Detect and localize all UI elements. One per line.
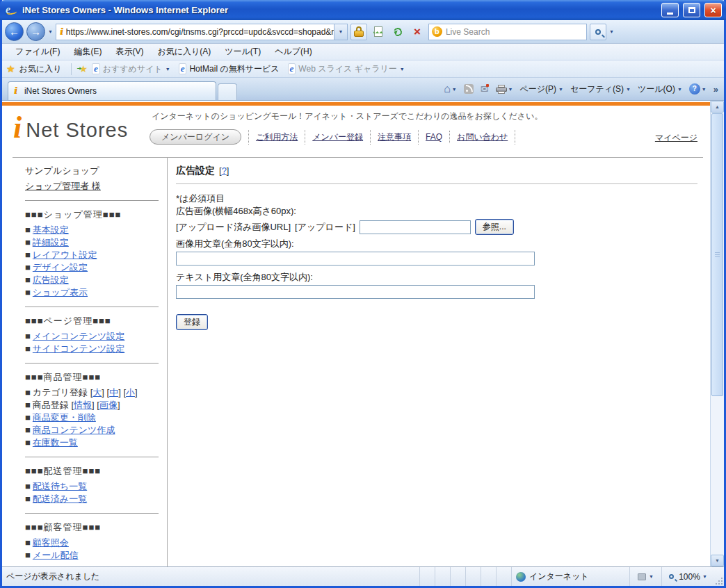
text-text-input[interactable]: [176, 285, 535, 299]
address-bar[interactable]: i https://www.inet-stores.com/cgi/tnsms.…: [56, 24, 348, 40]
sidebar-sublink[interactable]: 大: [92, 387, 102, 398]
resize-grip[interactable]: [714, 567, 724, 586]
url-text[interactable]: https://www.inet-stores.com/cgi/tnsms.cg…: [66, 27, 334, 37]
sidebar-link[interactable]: 配送済み一覧: [33, 493, 87, 504]
mypage-link[interactable]: マイページ: [655, 132, 697, 144]
live-search-box[interactable]: b Live Search: [428, 24, 587, 40]
sidebar-link[interactable]: 詳細設定: [33, 237, 69, 247]
sidebar-link[interactable]: サイドコンテンツ設定: [33, 343, 124, 354]
tab-inet-stores-owners[interactable]: i iNet Stores Owners: [8, 81, 216, 100]
read-mail-button[interactable]: ✉: [481, 83, 489, 95]
menu-item-1[interactable]: 編集(E): [67, 44, 108, 60]
safety-menu-button[interactable]: セーフティ(S)▼: [570, 83, 631, 95]
sidebar-link[interactable]: メール配信: [33, 550, 79, 560]
menu-item-5[interactable]: ヘルプ(H): [268, 44, 318, 60]
zone-label: インターネット: [529, 571, 589, 582]
tools-menu-button[interactable]: ツール(O)▼: [638, 83, 682, 95]
recent-pages-dropdown[interactable]: ▼: [48, 29, 53, 34]
sidebar-item: ■基本設定: [25, 224, 167, 236]
refresh-button[interactable]: [389, 24, 406, 40]
status-cell: [419, 567, 435, 586]
submit-button[interactable]: 登録: [176, 314, 208, 330]
security-lock-button[interactable]: [350, 24, 367, 40]
sidebar-link[interactable]: メインコンテンツ設定: [33, 331, 124, 341]
sidebar-link[interactable]: ショップ表示: [33, 287, 88, 297]
favorites-item-2[interactable]: eWeb スライス ギャラリー▼: [288, 63, 405, 75]
more-toolbar-chevron[interactable]: »: [713, 84, 718, 95]
browse-button[interactable]: 参照...: [475, 219, 514, 235]
zoom-control[interactable]: 100% ▼: [661, 567, 714, 586]
new-tab-button[interactable]: [218, 83, 237, 100]
page-menu-label: ページ(P): [519, 83, 556, 95]
scrollbar-track[interactable]: [711, 113, 724, 555]
sidebar-link[interactable]: 基本設定: [33, 224, 69, 235]
scroll-up-button[interactable]: ▲: [711, 101, 724, 113]
sidebar-item: ■商品変更・削除: [25, 411, 167, 424]
compatibility-view-button[interactable]: [370, 24, 387, 40]
menu-item-3[interactable]: お気に入り(A): [151, 44, 217, 60]
address-toolbar: ← → ▼ i https://www.inet-stores.com/cgi/…: [2, 20, 724, 44]
printer-icon: [496, 85, 507, 94]
home-button[interactable]: ⌂▼: [444, 83, 457, 95]
address-dropdown-button[interactable]: ▼: [334, 24, 347, 40]
favorites-button[interactable]: お気に入り: [19, 63, 62, 75]
broken-page-icon: [374, 26, 382, 37]
help-link[interactable]: ?: [222, 165, 227, 176]
sidebar-link[interactable]: レイアウト設定: [33, 250, 97, 260]
scroll-down-button[interactable]: ▼: [711, 555, 724, 566]
protected-mode-button[interactable]: ▼: [629, 567, 661, 586]
member-login-button[interactable]: メンバーログイン: [150, 129, 241, 145]
header-nav-link-1[interactable]: メンバー登録: [305, 130, 371, 145]
ie-page-icon: e: [92, 63, 100, 74]
feeds-button[interactable]: [464, 84, 474, 94]
header-nav-link-2[interactable]: 注意事項: [371, 130, 419, 145]
security-zone: インターネット: [511, 567, 629, 586]
forward-button[interactable]: →: [26, 22, 45, 41]
text-text-label: テキスト用文章(全角80文字以内):: [176, 271, 700, 284]
sidebar-link[interactable]: 広告設定: [33, 275, 69, 285]
sidebar-link[interactable]: デザイン設定: [33, 262, 88, 272]
sidebar-link[interactable]: 商品コンテンツ作成: [33, 425, 115, 435]
sidebar-sublink[interactable]: 情報: [74, 400, 92, 410]
stop-button[interactable]: ×: [409, 24, 426, 40]
page-content: インターネットのショッピングモール！アイネット・ストアーズでこだわりの逸品をお探…: [2, 101, 710, 566]
search-placeholder[interactable]: Live Search: [446, 27, 490, 37]
menu-item-4[interactable]: ツール(T): [218, 44, 267, 60]
scrollbar-thumb[interactable]: [711, 113, 723, 396]
back-button[interactable]: ←: [5, 22, 24, 41]
menu-item-2[interactable]: 表示(V): [109, 44, 150, 60]
header-nav-link-3[interactable]: FAQ: [419, 131, 450, 143]
sidebar-link[interactable]: 顧客照会: [33, 537, 69, 548]
header-nav-link-0[interactable]: ご利用方法: [248, 130, 305, 145]
menu-item-0[interactable]: ファイル(F): [9, 44, 66, 60]
chevron-down-icon: ▼: [338, 29, 343, 34]
favorites-bar: ★ お気に入り ★ eおすすめサイト▼eHotMail の無料サービスeWeb …: [2, 60, 724, 78]
bracket-text: ]: [102, 387, 106, 398]
page-menu-button[interactable]: ページ(P)▼: [519, 83, 563, 95]
maximize-button[interactable]: [683, 3, 700, 17]
close-button[interactable]: ×: [704, 3, 722, 17]
upload-file-input[interactable]: [360, 220, 471, 234]
sidebar-sublink[interactable]: 小: [126, 387, 135, 398]
favorites-item-1[interactable]: eHotMail の無料サービス: [179, 63, 280, 75]
image-text-input[interactable]: [176, 252, 535, 266]
sidebar-link[interactable]: 在庫数一覧: [33, 437, 78, 448]
sidebar-sublink[interactable]: 画像: [99, 400, 118, 410]
sidebar-link[interactable]: 商品変更・削除: [33, 412, 96, 423]
search-button[interactable]: [590, 24, 606, 40]
sidebar-link[interactable]: 配送待ち一覧: [33, 481, 87, 491]
minimize-button[interactable]: [661, 3, 679, 17]
search-options-dropdown[interactable]: ▼: [609, 29, 614, 34]
site-favicon: i: [60, 27, 63, 37]
site-logo[interactable]: i Net Stores: [13, 114, 128, 142]
sidebar-sublink[interactable]: 中: [109, 387, 118, 398]
header-nav-link-4[interactable]: お問い合わせ: [450, 130, 515, 145]
favorites-item-0[interactable]: eおすすめサイト▼: [92, 63, 170, 75]
sidebar-sections: ■■■ショップ管理■■■■基本設定■詳細設定■レイアウト設定■デザイン設定■広告…: [25, 209, 167, 566]
vertical-scrollbar[interactable]: ▲ ▼: [710, 101, 724, 566]
shop-manager-link[interactable]: ショップ管理者 様: [25, 181, 101, 191]
print-button[interactable]: ▼: [496, 85, 513, 94]
chevron-down-icon: ▼: [400, 67, 405, 72]
add-favorite-icon[interactable]: ★: [79, 63, 88, 74]
help-button[interactable]: ?▼: [689, 83, 707, 95]
